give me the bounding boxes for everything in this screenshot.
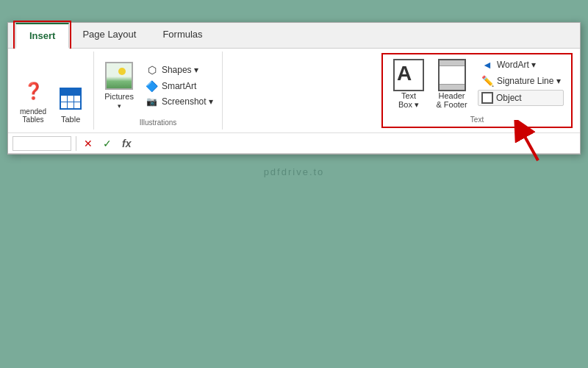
text-group: TextBox ▾ xyxy=(381,53,573,128)
signature-icon: ✏️ xyxy=(481,75,494,87)
table-button[interactable]: Table xyxy=(55,81,86,127)
header-footer-icon xyxy=(438,60,466,90)
object-button[interactable]: Object xyxy=(478,90,564,106)
arrow-annotation xyxy=(490,120,549,167)
svg-line-0 xyxy=(520,127,538,160)
tab-page-layout[interactable]: Page Layout xyxy=(69,23,149,48)
tables-group-items: ❓ mendedTables xyxy=(15,54,86,127)
wordart-label: WordArt ▾ xyxy=(497,60,536,70)
pictures-label: Pictures▾ xyxy=(104,92,134,110)
watermark: pdfdrive.to xyxy=(264,166,325,177)
signature-line-button[interactable]: ✏️ Signature Line ▾ xyxy=(478,74,564,88)
object-label: Object xyxy=(496,93,522,103)
rec-tables-icon: ❓ xyxy=(24,77,43,106)
cancel-formula-button[interactable]: ✕ xyxy=(81,136,96,151)
table-icon xyxy=(60,84,82,113)
screenshot-label: Screenshot ▾ xyxy=(162,96,213,107)
formula-bar-divider xyxy=(76,136,76,151)
illustrations-group-label: Illustrations xyxy=(100,116,216,127)
confirm-formula-button[interactable]: ✓ xyxy=(100,136,115,151)
wordart-button[interactable]: ◄ WordArt ▾ xyxy=(478,57,564,72)
table-button-label: Table xyxy=(61,115,80,124)
smartart-button[interactable]: 🔷 SmartArt xyxy=(143,79,216,93)
signature-label: Signature Line ▾ xyxy=(497,76,561,86)
text-right-buttons: ◄ WordArt ▾ ✏️ Signature Line ▾ Object xyxy=(475,57,564,106)
tables-group: ❓ mendedTables xyxy=(14,52,94,130)
header-footer-label: Header& Footer xyxy=(436,91,467,109)
smartart-icon: 🔷 xyxy=(146,80,159,92)
ribbon-spacer xyxy=(223,52,380,130)
text-group-top: TextBox ▾ xyxy=(389,57,565,113)
object-icon xyxy=(481,92,493,104)
header-footer-button[interactable]: Header& Footer xyxy=(431,57,472,112)
recommended-tables-button[interactable]: ❓ mendedTables xyxy=(15,74,51,127)
pictures-button[interactable]: Pictures▾ xyxy=(100,58,138,113)
tab-formulas[interactable]: Formulas xyxy=(149,23,215,48)
textbox-button[interactable]: TextBox ▾ xyxy=(389,57,429,113)
tab-insert[interactable]: Insert xyxy=(15,23,69,49)
illustrations-right-buttons: ⬡ Shapes ▾ 🔷 SmartArt 📷 Screenshot ▾ xyxy=(143,63,216,108)
smartart-label: SmartArt xyxy=(162,81,196,91)
screenshot-icon: 📷 xyxy=(146,96,159,107)
shapes-label: Shapes ▾ xyxy=(162,65,198,75)
rec-tables-label: mendedTables xyxy=(20,107,46,124)
name-box[interactable] xyxy=(12,136,71,151)
fx-button[interactable]: fx xyxy=(119,136,134,151)
shapes-button[interactable]: ⬡ Shapes ▾ xyxy=(143,63,216,77)
illustrations-group: Pictures▾ ⬡ Shapes ▾ 🔷 SmartArt 📷 Screen… xyxy=(94,52,223,130)
ribbon-toolbar: ❓ mendedTables xyxy=(8,49,580,133)
pictures-icon xyxy=(105,61,133,91)
ribbon-tabs: Insert Page Layout Formulas xyxy=(8,23,580,49)
excel-window: Insert Page Layout Formulas ❓ mendedTabl… xyxy=(7,22,581,155)
screenshot-button[interactable]: 📷 Screenshot ▾ xyxy=(143,95,216,108)
wordart-icon: ◄ xyxy=(481,59,494,71)
illustrations-top: Pictures▾ ⬡ Shapes ▾ 🔷 SmartArt 📷 Screen… xyxy=(100,54,216,116)
textbox-label: TextBox ▾ xyxy=(398,91,419,110)
textbox-icon xyxy=(393,60,424,90)
shapes-icon: ⬡ xyxy=(146,64,159,76)
